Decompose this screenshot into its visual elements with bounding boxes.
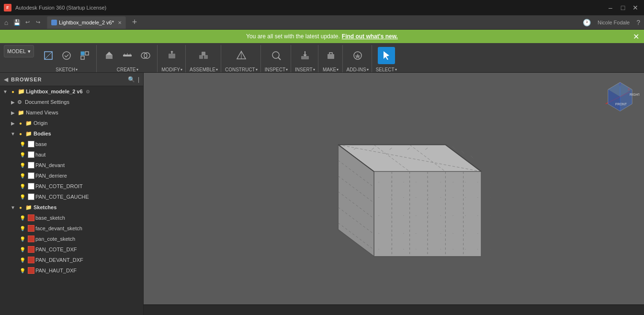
svg-rect-19 xyxy=(202,52,205,56)
minimize-button[interactable]: – xyxy=(606,3,615,12)
select-button[interactable] xyxy=(378,47,395,64)
body-pan-cote-gauche-item[interactable]: 💡 PAN_COTE_GAUCHE xyxy=(0,191,143,202)
history-button[interactable]: 🕐 xyxy=(581,18,593,27)
body-base-visibility[interactable]: 💡 xyxy=(19,141,26,147)
modify-label[interactable]: MODIFY ▾ xyxy=(161,67,182,72)
body-base-item[interactable]: 💡 base xyxy=(0,139,143,149)
save-button[interactable]: 💾 xyxy=(12,18,21,27)
sketch-pan-haut-dxf-visibility[interactable]: 💡 xyxy=(19,267,26,274)
body-haut-item[interactable]: 💡 haut xyxy=(0,149,143,160)
sketch-button[interactable] xyxy=(40,47,57,64)
browser-search-button[interactable]: 🔍 xyxy=(128,76,135,83)
viewport[interactable]: - - - - - - - - - - - - - - - - - - - - … xyxy=(144,73,644,315)
named-views-item[interactable]: ▶ 📁 Named Views xyxy=(0,107,143,118)
body-pan-cote-droit-visibility[interactable]: 💡 xyxy=(19,183,26,190)
inspect-label[interactable]: INSPECT ▾ xyxy=(265,67,288,72)
sketch-base-visibility[interactable]: 💡 xyxy=(19,214,26,221)
body-base-checkbox[interactable] xyxy=(28,141,34,147)
sketch-pan-devant-dxf-item[interactable]: 💡 PAN_DEVANT_DXF xyxy=(0,255,143,265)
doc-settings-expand[interactable]: ▶ xyxy=(10,99,16,105)
insert-label[interactable]: INSERT ▾ xyxy=(295,67,315,72)
svg-line-74 xyxy=(470,156,473,158)
tab-close-button[interactable]: ✕ xyxy=(118,20,122,25)
browser-pin-button[interactable]: | xyxy=(138,76,139,83)
tree-root[interactable]: ▼ ● 📁 Lightbox_modele_2 v6 ⚙ xyxy=(0,86,143,97)
document-settings-item[interactable]: ▶ ⚙ Document Settings xyxy=(0,97,143,107)
notification-link[interactable]: Find out what's new. xyxy=(342,33,398,40)
sketch-pan-cote-visibility[interactable]: 💡 xyxy=(19,236,26,242)
close-button[interactable]: ✕ xyxy=(631,3,640,12)
body-pan-devant-visibility[interactable]: 💡 xyxy=(19,162,26,169)
file-tree: ▼ ● 📁 Lightbox_modele_2 v6 ⚙ ▶ ⚙ Documen… xyxy=(0,86,143,315)
sketches-item[interactable]: ▼ ● 📁 Sketches xyxy=(0,202,143,213)
new-tab-button[interactable]: + xyxy=(129,17,140,28)
root-expand[interactable]: ▼ xyxy=(2,88,9,95)
body-pan-cote-gauche-checkbox[interactable] xyxy=(28,193,34,200)
project-button[interactable] xyxy=(76,47,93,64)
root-settings[interactable]: ⚙ xyxy=(86,89,90,94)
model-selector[interactable]: MODEL ▾ xyxy=(4,45,34,57)
maximize-button[interactable]: □ xyxy=(618,3,628,12)
measure-button[interactable] xyxy=(119,47,136,64)
extrude-button[interactable] xyxy=(101,47,118,64)
browser-back-button[interactable]: ◀ xyxy=(4,76,8,83)
view-cube[interactable]: FRONT RIGHT X Z xyxy=(601,78,639,116)
add-ins-label[interactable]: ADD-INS ▾ xyxy=(347,67,369,72)
origin-expand[interactable]: ▶ xyxy=(10,120,16,126)
body-pan-derriere-visibility[interactable]: 💡 xyxy=(19,172,26,179)
construct-button[interactable] xyxy=(233,47,250,64)
redo-button[interactable]: ↪ xyxy=(34,18,42,27)
add-ins-button[interactable] xyxy=(349,47,366,64)
bodies-expand[interactable]: ▼ xyxy=(10,130,16,137)
sketch-pan-devant-dxf-visibility[interactable]: 💡 xyxy=(19,257,26,263)
make-button[interactable] xyxy=(322,47,339,64)
origin-item[interactable]: ▶ ● 📁 Origin xyxy=(0,118,143,128)
sketch-pan-cote-dxf-visibility[interactable]: 💡 xyxy=(19,246,26,253)
inspect-button[interactable] xyxy=(268,47,285,64)
sketch-pan-cote-item[interactable]: 💡 pan_cote_sketch xyxy=(0,234,143,244)
push-pull-button[interactable] xyxy=(163,47,181,64)
root-visibility[interactable]: ● xyxy=(10,88,16,95)
body-pan-derriere-checkbox[interactable] xyxy=(28,172,34,179)
sketch-pan-cote-dxf-item[interactable]: 💡 PAN_COTE_DXF xyxy=(0,244,143,255)
assemble-label[interactable]: ASSEMBLE ▾ xyxy=(190,67,218,72)
sketch-pan-haut-dxf-item[interactable]: 💡 PAN_HAUT_DXF xyxy=(0,265,143,276)
sketch-face-devant-visibility[interactable]: 💡 xyxy=(19,225,26,232)
bodies-item[interactable]: ▼ ● 📁 Bodies xyxy=(0,128,143,139)
body-pan-derriere-item[interactable]: 💡 PAN_derriere xyxy=(0,170,143,181)
construct-label[interactable]: CONSTRUCT ▾ xyxy=(225,67,258,72)
body-pan-cote-gauche-visibility[interactable]: 💡 xyxy=(19,193,26,200)
user-button[interactable]: Nicole Fodale xyxy=(596,19,632,26)
home-icon[interactable]: ⌂ xyxy=(2,18,11,27)
finish-sketch-button[interactable] xyxy=(58,47,75,64)
sketch-base-item[interactable]: 💡 base_sketch xyxy=(0,213,143,223)
make-label[interactable]: MAKE ▾ xyxy=(323,67,339,72)
model-dropdown-arrow: ▾ xyxy=(28,48,31,55)
sketch-base-label: base_sketch xyxy=(35,215,65,221)
combine-button[interactable] xyxy=(137,47,154,64)
insert-button[interactable] xyxy=(296,47,314,64)
body-pan-devant-label: PAN_devant xyxy=(35,162,65,168)
canvas[interactable]: - - - - - - - - - - - - - - - - - - - - … xyxy=(144,73,644,315)
help-button[interactable]: ? xyxy=(634,18,642,27)
body-pan-devant-item[interactable]: 💡 PAN_devant xyxy=(0,160,143,170)
select-label[interactable]: SELECT ▾ xyxy=(376,67,397,72)
bodies-visibility[interactable]: ● xyxy=(17,130,24,137)
origin-visibility[interactable]: ● xyxy=(17,120,24,126)
assemble-button[interactable] xyxy=(195,47,212,64)
sketch-label[interactable]: SKETCH ▾ xyxy=(56,67,78,72)
body-pan-devant-checkbox[interactable] xyxy=(28,162,34,169)
body-pan-cote-droit-checkbox[interactable] xyxy=(28,183,34,190)
body-haut-checkbox[interactable] xyxy=(28,151,34,158)
body-pan-cote-droit-item[interactable]: 💡 PAN_COTE_DROIT xyxy=(0,181,143,191)
undo-button[interactable]: ↩ xyxy=(23,18,32,27)
notification-close[interactable]: ✕ xyxy=(633,32,639,41)
named-views-expand[interactable]: ▶ xyxy=(10,109,16,116)
sketch-face-devant-item[interactable]: 💡 face_devant_sketch xyxy=(0,223,143,234)
svg-text:Z: Z xyxy=(619,82,621,86)
body-haut-visibility[interactable]: 💡 xyxy=(19,151,26,158)
create-label[interactable]: CREATE ▾ xyxy=(117,67,138,72)
sketches-visibility[interactable]: ● xyxy=(17,204,24,211)
sketches-expand[interactable]: ▼ xyxy=(10,204,16,211)
active-tab[interactable]: Lightbox_modele_2 v6* ✕ xyxy=(47,16,126,29)
